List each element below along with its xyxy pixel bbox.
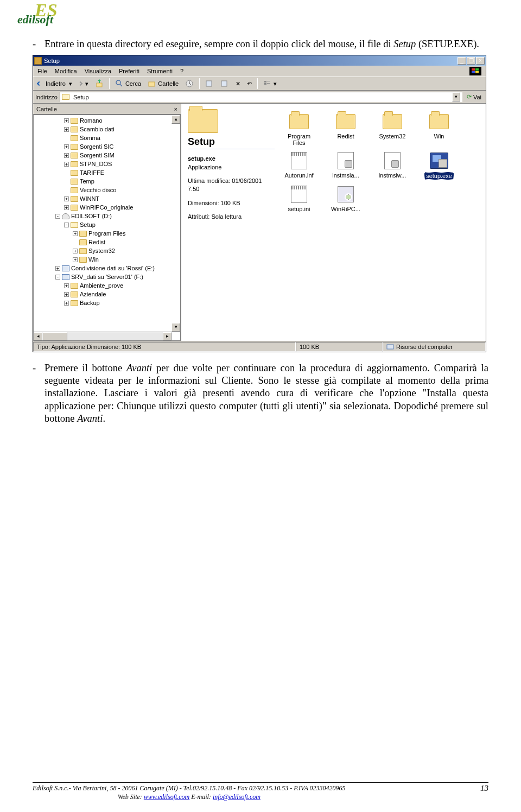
file-item[interactable]: setup.exe (421, 150, 457, 180)
back-button[interactable]: Indietro ▾ (35, 79, 74, 88)
file-item[interactable]: instmsia... (328, 150, 364, 180)
menu-strumenti[interactable]: Strumenti (147, 68, 173, 74)
folders-button[interactable]: Cartelle (145, 78, 181, 89)
footer-email-label: E-mail: (189, 793, 213, 801)
tree-scroll-down[interactable]: ▾ (171, 323, 180, 332)
undo-button[interactable]: ↶ (245, 79, 254, 88)
menu-help[interactable]: ? (180, 68, 183, 74)
tree-body[interactable]: ▴ +Romano+Scambio datiSomma+Sorgenti SIC… (33, 115, 181, 341)
tree-item[interactable]: +Scambio dati (36, 125, 180, 134)
folder-icon (71, 205, 78, 211)
tree-item[interactable]: Somma (36, 134, 180, 142)
tb-icon-2[interactable] (218, 78, 231, 89)
info-dim: Dimensioni: 100 KB (188, 199, 272, 207)
address-dropdown[interactable]: ▾ (452, 92, 460, 101)
go-button[interactable]: ⟳Vai (465, 92, 484, 101)
folder-icon (71, 153, 78, 158)
close-button[interactable]: × (476, 57, 485, 65)
tree-item[interactable]: +Backup (36, 299, 180, 307)
big-folder-icon (188, 109, 218, 133)
up-button[interactable] (93, 78, 106, 89)
p2-b: Avanti (126, 363, 152, 373)
history-button[interactable] (183, 78, 196, 89)
file-item[interactable]: WinRiPC... (328, 184, 364, 212)
menu-preferiti[interactable]: Preferiti (119, 68, 139, 74)
page-number: 13 (480, 784, 488, 793)
folder-icon (71, 300, 78, 306)
file-label: Program Files (281, 133, 317, 146)
folder-icon (288, 111, 310, 132)
file-item[interactable]: Program Files (281, 111, 317, 146)
file-item[interactable]: setup.ini (281, 184, 317, 212)
tree-item[interactable]: +Ambiente_prove (36, 281, 180, 290)
winripc-icon (335, 184, 357, 205)
tree-item[interactable]: +Win (36, 255, 180, 264)
content-pane: Setup setup.exe Applicazione Ultima modi… (181, 104, 486, 341)
footer-email-link[interactable]: info@edilsoft.com (213, 793, 260, 801)
tree-item[interactable]: -Setup (36, 220, 180, 229)
tree-item[interactable]: -SRV_dati su 'Server01' (F:) (36, 272, 180, 281)
tree-item[interactable]: Temp (36, 177, 180, 186)
folder-icon (71, 118, 78, 124)
menu-visualizza[interactable]: Visualizza (85, 68, 111, 74)
tree-item[interactable]: +Sorgenti SIC (36, 142, 180, 151)
tree-item[interactable]: -EDILSOFT (D:) (36, 212, 180, 220)
tree-item[interactable]: +Aziendale (36, 290, 180, 299)
file-item[interactable]: instmsiw... (374, 150, 410, 180)
file-item[interactable]: Autorun.inf (281, 150, 317, 180)
tree-item[interactable]: +System32 (36, 246, 180, 255)
cfg-icon (335, 150, 357, 171)
tree-item[interactable]: +Program Files (36, 229, 180, 238)
file-label: WinRiPC... (331, 206, 360, 212)
tb-icon-1[interactable] (203, 78, 216, 89)
minimize-button[interactable]: _ (458, 57, 466, 65)
search-button[interactable]: Cerca (113, 78, 143, 89)
icons-area[interactable]: Program FilesRedistSystem32WinAutorun.in… (278, 104, 486, 341)
tree-item[interactable]: +WinRiPCo_originale (36, 203, 180, 212)
tree-item[interactable]: +Condivisione dati su 'Rossi' (E:) (36, 264, 180, 272)
footer-website-link[interactable]: www.edilsoft.com (144, 793, 189, 801)
statusbar: Tipo: Applicazione Dimensione: 100 KB 10… (33, 341, 486, 352)
folder-icon (79, 231, 87, 237)
address-value: Setup (73, 94, 89, 100)
menu-modifica[interactable]: Modifica (55, 68, 77, 74)
p2-a: Premere il bottone (45, 363, 126, 373)
views-button[interactable]: ▾ (261, 78, 279, 89)
file-item[interactable]: Win (421, 111, 457, 146)
tree-scroll-up[interactable]: ▴ (171, 115, 180, 124)
tree-close-icon[interactable]: × (174, 106, 177, 112)
tree-item[interactable]: +Romano (36, 116, 180, 125)
tree-item[interactable]: +STPN_DOS (36, 160, 180, 168)
status-right: Risorse del computer (383, 342, 486, 352)
tree-item[interactable]: TARIFFE (36, 168, 180, 177)
file-label: setup.exe (424, 172, 454, 180)
folder-icon (428, 111, 450, 132)
page-footer: Edilsoft S.n.c.- Via Bertarini, 58 - 200… (33, 782, 488, 801)
tree-item[interactable]: Vecchio disco (36, 186, 180, 194)
info-attr: Attributi: Sola lettura (188, 213, 272, 221)
p1-a: Entrare in questa directory ed eseguire,… (45, 39, 393, 49)
maximize-button[interactable]: ❐ (467, 57, 475, 65)
info-app: Applicazione (188, 164, 221, 170)
folder-icon (71, 196, 78, 202)
p2-d: Avanti (77, 413, 103, 424)
windows-flag-icon (469, 67, 481, 75)
window-title: Setup (44, 58, 60, 64)
menubar: File Modifica Visualizza Preferiti Strum… (33, 66, 486, 77)
file-label: Redist (337, 133, 354, 139)
tree-header: Cartelle × (33, 104, 181, 115)
file-item[interactable]: System32 (374, 111, 410, 146)
tree-item[interactable]: Redist (36, 238, 180, 246)
toolbar: Indietro ▾ ▾ Cerca Cartelle ✕ ↶ ▾ (33, 77, 486, 91)
svg-rect-10 (221, 81, 227, 86)
tree-item[interactable]: +Sorgenti SIM (36, 151, 180, 160)
file-item[interactable]: Redist (328, 111, 364, 146)
menu-file[interactable]: File (37, 68, 47, 74)
folder-icon (79, 248, 87, 254)
tree-item[interactable]: +WINNT (36, 194, 180, 203)
info-exe: setup.exe (188, 155, 215, 162)
tree-hscroll[interactable]: ◂▸ (34, 332, 171, 340)
forward-button[interactable]: ▾ (77, 79, 91, 88)
delete-button[interactable]: ✕ (233, 79, 243, 88)
address-field[interactable]: Setup ▾ (60, 92, 462, 102)
